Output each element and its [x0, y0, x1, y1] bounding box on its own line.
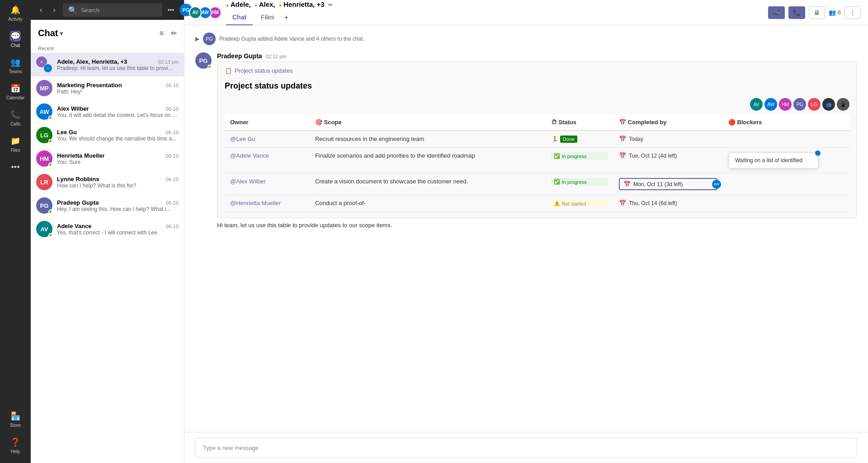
- forward-button[interactable]: ›: [49, 4, 59, 16]
- main-chat-area: AV AW HM ● Adele, ● Alex, ● Henrietta, +…: [184, 0, 868, 463]
- calendar-small-icon: 📅: [619, 152, 626, 159]
- message-body: Pradeep Gupta 02:12 pm 📋 Project status …: [217, 52, 857, 229]
- more-options-button[interactable]: •••: [166, 5, 176, 15]
- screen-share-button[interactable]: 🖥: [809, 6, 825, 19]
- table-avatar-5: LG: [808, 98, 821, 111]
- video-icon: 📹: [773, 9, 780, 16]
- warning-icon: ⚠️: [554, 201, 560, 206]
- tab-chat[interactable]: Chat: [226, 10, 253, 25]
- cell-blockers: [723, 195, 849, 212]
- table-row: @Adele Vance Finalize scenarios and add …: [225, 148, 849, 173]
- video-call-button[interactable]: 📹: [768, 6, 785, 19]
- system-message: ▶ PG Pradeep Gupta added Adele Vance and…: [195, 33, 857, 45]
- people-icon: 👥: [829, 9, 836, 16]
- cell-owner: @Alex Wilber: [225, 173, 310, 195]
- screen-share-icon: 🖥: [814, 9, 820, 16]
- table-avatar-phone[interactable]: 📱: [837, 98, 849, 111]
- chat-item-alex[interactable]: AW Alex Wilber 06-10 You: It will add de…: [31, 100, 184, 123]
- message-input-box[interactable]: Type a new message: [195, 438, 857, 458]
- message-time: 02:12 pm: [266, 54, 287, 59]
- system-avatar: PG: [203, 33, 216, 45]
- chat-item-lynne[interactable]: LR Lynne Robbins 06-10 How can I help? W…: [31, 170, 184, 194]
- calendar-small-icon: 📅: [619, 200, 626, 206]
- avatar-alex: AW: [36, 103, 52, 120]
- chat-header: AV AW HM ● Adele, ● Alex, ● Henrietta, +…: [184, 0, 868, 25]
- cell-status: ✅ In progress: [546, 148, 613, 173]
- table-avatar-1: AV: [750, 98, 763, 111]
- activity-icon: 🔔: [10, 5, 21, 15]
- chat-item-group1[interactable]: A + Adele, Alex, Henrietta, +3 02:13 pm …: [31, 53, 184, 76]
- chat-time: 06-10: [166, 130, 179, 135]
- info-icon: ▶: [195, 36, 199, 42]
- message-header: Pradeep Gupta 02:12 pm: [217, 52, 857, 60]
- chat-preview: You: It will add detail the context. Let…: [57, 112, 179, 118]
- new-chat-button[interactable]: ✏: [169, 27, 179, 39]
- sidebar-item-activity[interactable]: 🔔 Activity: [0, 0, 31, 26]
- chat-name: Lee Gu: [57, 129, 77, 136]
- avatar-leegu: LG: [36, 127, 52, 143]
- chat-icon: 💬: [10, 31, 21, 42]
- chat-preview: You: Sure: [57, 159, 179, 165]
- help-icon: ❓: [10, 437, 21, 448]
- cell-scope: Conduct a proof-of-: [310, 195, 546, 212]
- cell-owner: @Lee Gu: [225, 131, 310, 148]
- chat-time: 06-10: [166, 153, 179, 159]
- chat-dropdown-icon[interactable]: ▾: [60, 30, 63, 37]
- sidebar-item-teams[interactable]: 👥 Teams: [0, 52, 31, 79]
- project-status-card: 📋 Project status updates Project status …: [217, 61, 857, 218]
- chat-item-pradeep[interactable]: PG Pradeep Gupta 06-10 Hey, I am seeing …: [31, 194, 184, 217]
- more-options-button[interactable]: ⋮: [844, 6, 861, 19]
- online-dot3: ●: [279, 2, 282, 7]
- sidebar-item-calls[interactable]: 📞 Calls: [0, 105, 31, 131]
- chat-preview: Yes, that's correct - I will connect wit…: [57, 229, 179, 236]
- chat-item-adele[interactable]: AV Adele Vance 06-10 Yes, that's correct…: [31, 217, 184, 241]
- sidebar-item-calendar[interactable]: 📅 Calendar: [0, 79, 31, 105]
- cell-scope: Recruit resources in the engineering tea…: [310, 131, 546, 148]
- chat-list-panel: ‹ › 🔍 ••• PG ─ □ ✕ Chat ▾ ≡ ✏ Recent: [31, 0, 184, 463]
- sidebar-item-teams-label: Teams: [9, 69, 22, 74]
- sidebar-item-chat[interactable]: 💬 Chat: [0, 26, 31, 52]
- col-completed-by: 📅 Completed by: [613, 114, 723, 131]
- online-status-dot: [48, 233, 52, 237]
- online-dot2: ●: [255, 2, 257, 7]
- scope-icon: 🎯: [315, 119, 322, 126]
- participants-count: 👥 6: [829, 9, 841, 16]
- message-input-area: Type a new message: [184, 432, 868, 463]
- table-participant-avatars: AV AW HM PG LG 👥 📱: [225, 98, 849, 111]
- chat-preview: Patti: Hey!: [57, 89, 179, 95]
- add-tab-button[interactable]: +: [283, 12, 290, 23]
- chat-info: Henrietta Mueller 06-10 You: Sure: [57, 152, 179, 165]
- cell-completed: 📅 Today: [613, 131, 723, 148]
- chat-item-marketing[interactable]: MP Marketing Presentation 06-10 Patti: H…: [31, 76, 184, 100]
- sidebar-item-store[interactable]: 🏪 Store: [0, 406, 31, 432]
- search-bar[interactable]: 🔍: [63, 3, 162, 17]
- edit-participants-button[interactable]: ✏: [326, 0, 335, 10]
- cell-blockers: [723, 173, 849, 195]
- chat-preview: You: We should change the narrative this…: [57, 136, 179, 142]
- check-icon: ✅: [554, 153, 560, 159]
- chat-item-leegu[interactable]: LG Lee Gu 06-10 You: We should change th…: [31, 123, 184, 147]
- files-icon: 📁: [10, 136, 21, 146]
- cell-owner: @Adele Vance: [225, 148, 310, 173]
- store-icon: 🏪: [10, 411, 21, 421]
- tab-files[interactable]: Files: [255, 10, 281, 25]
- table-avatar-3: HM: [779, 98, 792, 111]
- chat-name: Lynne Robbins: [57, 176, 99, 182]
- sidebar-item-calendar-label: Calendar: [6, 95, 25, 100]
- sidebar-item-help[interactable]: ❓ Help: [0, 432, 31, 458]
- more-icon: •••: [10, 162, 21, 173]
- chat-name: Adele, Alex, Henrietta, +3: [57, 58, 127, 65]
- audio-call-button[interactable]: 📞: [788, 6, 805, 19]
- filter-button[interactable]: ≡: [158, 28, 165, 39]
- sidebar-item-files[interactable]: 📁 Files: [0, 131, 31, 157]
- search-input[interactable]: [81, 7, 157, 14]
- chat-time: 06-10: [166, 177, 179, 182]
- cell-completed: 📅 Tue, Oct 12 (4d left): [613, 148, 723, 173]
- table-avatar-add[interactable]: 👥: [822, 98, 835, 111]
- sidebar-item-more[interactable]: •••: [0, 157, 31, 177]
- table-row: @Alex Wilber Create a vision document to…: [225, 173, 849, 195]
- check-icon2: ✅: [554, 179, 560, 185]
- chat-item-henrietta[interactable]: HM Henrietta Mueller 06-10 You: Sure: [31, 147, 184, 170]
- back-button[interactable]: ‹: [36, 4, 46, 16]
- table-avatar-4: PG: [793, 98, 806, 111]
